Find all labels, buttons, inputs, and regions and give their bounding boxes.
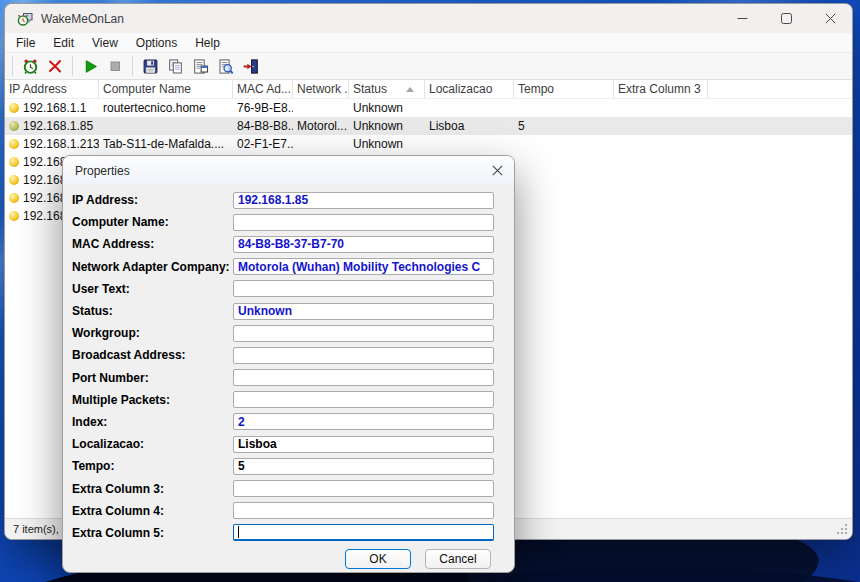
cell-computer-name: routertecnico.home (99, 101, 233, 115)
cell-ip-address: 192.168.1.1 (5, 101, 99, 115)
toolbar-separator (132, 56, 133, 76)
column-header-tempo[interactable]: Tempo (514, 80, 614, 98)
cell-ip-address: 192.168.1.213 (5, 137, 99, 151)
dialog-field-input[interactable] (233, 391, 494, 408)
close-window-button[interactable] (808, 4, 852, 33)
dialog-field-input[interactable] (233, 524, 494, 541)
dialog-field: User Text: (63, 278, 514, 300)
app-icon (17, 11, 33, 27)
dialog-field: Tempo: 5 (63, 455, 514, 477)
wake-up-computer-icon[interactable] (20, 56, 40, 76)
dialog-fields: IP Address: 192.168.1.85 Computer Name: … (63, 189, 514, 544)
toolbar-separator (72, 56, 73, 76)
menu-view[interactable]: View (83, 36, 127, 50)
dialog-field-input[interactable] (233, 214, 494, 231)
menu-file[interactable]: File (7, 36, 44, 50)
dialog-field-input[interactable] (233, 480, 494, 497)
dialog-field-label: Computer Name: (63, 215, 233, 229)
dialog-titlebar[interactable]: Properties (63, 156, 514, 185)
dialog-field-label: User Text: (63, 282, 233, 296)
dialog-field: Workgroup: (63, 322, 514, 344)
text-caret (238, 526, 239, 538)
dialog-field: Network Adapter Company: Motorola (Wuhan… (63, 256, 514, 278)
menu-bar: File Edit View Options Help (5, 33, 852, 52)
ok-button[interactable]: OK (345, 549, 411, 569)
column-header-localizacao[interactable]: Localizacao (425, 80, 514, 98)
dialog-field: IP Address: 192.168.1.85 (63, 189, 514, 211)
minimize-button[interactable] (720, 4, 764, 33)
dialog-field-label: Network Adapter Company: (63, 260, 233, 274)
dialog-field-label: Workgroup: (63, 326, 233, 340)
dialog-field-input[interactable]: 5 (233, 458, 494, 475)
dialog-field-value: 2 (238, 415, 245, 429)
stop-scanning-icon[interactable] (105, 56, 125, 76)
dialog-field-input[interactable] (233, 325, 494, 342)
cell-network-adapter: Motorol... (293, 119, 349, 133)
table-row[interactable]: 192.168.1.85 84-B8-B8... Motorol... Unkn… (5, 117, 852, 135)
dialog-field: Extra Column 4: (63, 500, 514, 522)
copy-icon[interactable] (165, 56, 185, 76)
dialog-field: Multiple Packets: (63, 389, 514, 411)
delete-selected-icon[interactable] (45, 56, 65, 76)
properties-dialog: Properties IP Address: 192.168.1.85 Comp… (62, 155, 515, 573)
cell-mac-address: 84-B8-B8... (233, 119, 293, 133)
dialog-field-label: Broadcast Address: (63, 348, 233, 362)
save-icon[interactable] (140, 56, 160, 76)
dialog-field-label: Multiple Packets: (63, 393, 233, 407)
dialog-field: Extra Column 3: (63, 477, 514, 499)
status-orb-icon (9, 139, 19, 149)
dialog-field-input[interactable] (233, 347, 494, 364)
cell-tempo: 5 (514, 119, 614, 133)
dialog-field-input[interactable]: Lisboa (233, 436, 494, 453)
dialog-field-label: Extra Column 3: (63, 482, 233, 496)
dialog-field-input[interactable]: 2 (233, 413, 494, 430)
table-row[interactable]: 192.168.1.213 Tab-S11-de-Mafalda.... 02-… (5, 135, 852, 153)
column-header-status[interactable]: Status (349, 80, 425, 98)
status-orb-icon (9, 157, 19, 167)
dialog-field-input[interactable]: 84-B8-B8-37-B7-70 (233, 236, 494, 253)
cell-status: Unknown (349, 137, 425, 151)
cell-localizacao: Lisboa (425, 119, 514, 133)
column-header-computer-name[interactable]: Computer Name (99, 80, 233, 98)
properties-icon[interactable] (190, 56, 210, 76)
resize-grip[interactable] (845, 532, 847, 534)
find-icon[interactable] (215, 56, 235, 76)
column-header-ip-address[interactable]: IP Address (5, 80, 99, 98)
dialog-field-input[interactable] (233, 280, 494, 297)
status-bar-text: 7 item(s), 1 (13, 523, 68, 535)
dialog-field: Localizacao: Lisboa (63, 433, 514, 455)
start-scanning-icon[interactable] (80, 56, 100, 76)
dialog-field-label: Tempo: (63, 459, 233, 473)
dialog-field-input[interactable]: 192.168.1.85 (233, 192, 494, 209)
dialog-field-input[interactable]: Motorola (Wuhan) Mobility Technologies C (233, 258, 494, 275)
menu-help[interactable]: Help (186, 36, 229, 50)
dialog-field-label: Index: (63, 415, 233, 429)
window-title: WakeMeOnLan (41, 12, 124, 26)
status-orb-icon (9, 121, 19, 131)
dialog-field-label: IP Address: (63, 193, 233, 207)
dialog-field-value: Unknown (238, 304, 292, 318)
dialog-field-input[interactable] (233, 369, 494, 386)
maximize-button[interactable] (764, 4, 808, 33)
menu-options[interactable]: Options (127, 36, 186, 50)
exit-icon[interactable] (240, 56, 260, 76)
dialog-field: MAC Address: 84-B8-B8-37-B7-70 (63, 233, 514, 255)
dialog-field-input[interactable]: Unknown (233, 303, 494, 320)
column-header-extra-column-3[interactable]: Extra Column 3 (614, 80, 708, 98)
cell-mac-address: 02-F1-E7... (233, 137, 293, 151)
dialog-field-label: MAC Address: (63, 237, 233, 251)
dialog-close-icon[interactable] (480, 156, 514, 185)
toolbar-separator (12, 56, 13, 76)
dialog-title: Properties (75, 164, 130, 178)
status-orb-icon (9, 193, 19, 203)
dialog-field-value: 5 (238, 459, 245, 473)
window-titlebar[interactable]: WakeMeOnLan (5, 4, 852, 33)
dialog-field-value: 192.168.1.85 (238, 193, 308, 207)
table-row[interactable]: 192.168.1.1 routertecnico.home 76-9B-E8.… (5, 99, 852, 117)
menu-edit[interactable]: Edit (44, 36, 83, 50)
column-header-mac-address[interactable]: MAC Ad... (233, 80, 293, 98)
column-header-network-adapter[interactable]: Network ... (293, 80, 349, 98)
dialog-field-input[interactable] (233, 502, 494, 519)
cancel-button[interactable]: Cancel (425, 549, 491, 569)
dialog-field: Port Number: (63, 367, 514, 389)
